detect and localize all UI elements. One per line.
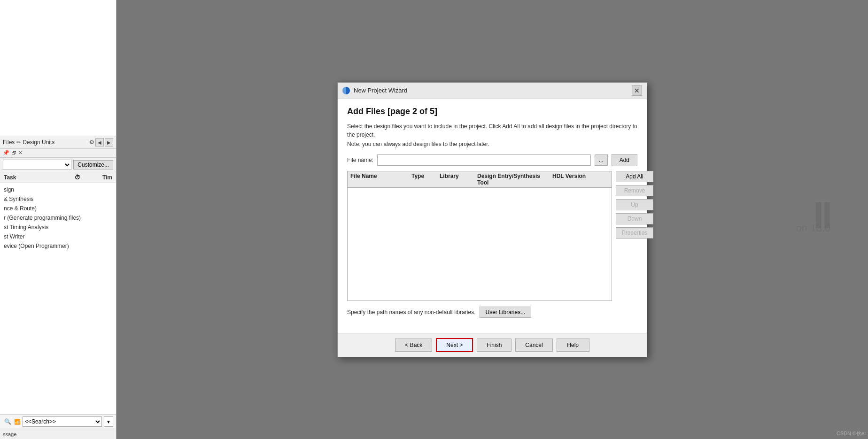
nav-forward-btn[interactable]: ▶ (105, 138, 113, 146)
task-col-header: Task (4, 174, 75, 181)
file-name-row: File name: ... Add (347, 154, 637, 166)
csdn-watermark: CSDN ©伙er (837, 430, 866, 437)
cancel-button[interactable]: Cancel (515, 339, 552, 352)
customize-row: Customize... (0, 157, 116, 172)
back-button[interactable]: < Back (395, 339, 432, 352)
dialog-note: Note: you can always add design files to… (347, 141, 637, 147)
search-icon: 🔍 (3, 417, 12, 426)
help-button[interactable]: Help (557, 339, 589, 352)
remove-button[interactable]: Remove (616, 185, 653, 196)
file-table: File Name Type Library Design Entry/Synt… (347, 171, 612, 301)
file-browse-button[interactable]: ... (595, 154, 608, 166)
window-icon: 🗗 (11, 150, 16, 156)
col-hdl-header: HDL Version (552, 173, 609, 186)
panel-icons: ⚙ ◀ ▶ (89, 138, 113, 146)
design-units-label: Design Units (23, 139, 54, 146)
status-bar: ssage (0, 429, 116, 439)
search-input[interactable]: <<Search>> (23, 416, 102, 427)
dialog-close-button[interactable]: ✕ (632, 85, 642, 96)
dialog-overlay: New Project Wizard ✕ Add Files [page 2 o… (116, 0, 868, 439)
wizard-icon (342, 87, 350, 94)
col-type-header: Type (411, 173, 440, 186)
col-design-tool-header: Design Entry/Synthesis Tool (477, 173, 552, 186)
add-button[interactable]: Add (612, 154, 637, 166)
search-dropdown-btn[interactable]: ▼ (104, 416, 113, 427)
finish-button[interactable]: Finish (477, 339, 512, 352)
user-libraries-button[interactable]: User Libraries... (480, 307, 532, 318)
libraries-label: Specify the path names of any non-defaul… (347, 309, 476, 316)
task-item-route[interactable]: nce & Route) (0, 204, 116, 213)
col-library-header: Library (440, 173, 477, 186)
file-table-header: File Name Type Library Design Entry/Synt… (348, 171, 612, 188)
dialog-footer: < Back Next > Finish Cancel Help (338, 333, 647, 357)
file-name-input[interactable] (377, 154, 591, 166)
dialog: New Project Wizard ✕ Add Files [page 2 o… (337, 82, 647, 357)
dialog-heading: Add Files [page 2 of 5] (347, 107, 637, 116)
pencil-icon: ✏ (16, 139, 21, 146)
files-label: Files (3, 139, 15, 146)
task-item-synthesis[interactable]: & Synthesis (0, 194, 116, 204)
file-table-area: File Name Type Library Design Entry/Synt… (347, 171, 637, 301)
icon-row: 📌 🗗 ✕ (0, 149, 116, 157)
left-panel: Files ✏ Design Units ⚙ ◀ ▶ 📌 🗗 ✕ Customi… (0, 0, 116, 439)
file-name-label: File name: (347, 157, 373, 163)
task-item-design[interactable]: sign (0, 185, 116, 194)
left-panel-top (0, 0, 116, 136)
nav-back-btn[interactable]: ◀ (95, 138, 104, 146)
task-panel-header: Task ⏱ Tim (0, 172, 116, 183)
status-text: ssage (3, 431, 16, 437)
libraries-row: Specify the path names of any non-defaul… (347, 307, 637, 318)
task-panel: sign & Synthesis nce & Route) r (Generat… (0, 183, 116, 414)
customize-button[interactable]: Customize... (73, 160, 113, 169)
properties-button[interactable]: Properties (616, 227, 653, 239)
task-item-writer[interactable]: st Writer (0, 232, 116, 241)
col-filename-header: File Name (350, 173, 411, 186)
add-all-button[interactable]: Add All (616, 171, 653, 182)
main-area: II on 13.0 New Project Wizard ✕ Add File… (116, 0, 868, 439)
settings-icon[interactable]: ⚙ (89, 139, 94, 146)
dialog-title: New Project Wizard (354, 87, 628, 94)
file-table-body (348, 188, 612, 300)
up-button[interactable]: Up (616, 199, 653, 210)
wifi-icon: 📶 (14, 419, 21, 425)
dialog-description: Select the design files you want to incl… (347, 122, 637, 139)
task-item-timing[interactable]: st Timing Analysis (0, 223, 116, 232)
status-icon-col: ⏱ (75, 174, 84, 181)
left-panel-toolbar: Files ✏ Design Units ⚙ ◀ ▶ (0, 136, 116, 149)
time-col-header: Tim (84, 174, 112, 181)
dialog-titlebar: New Project Wizard ✕ (338, 83, 647, 99)
dialog-body: Add Files [page 2 of 5] Select the desig… (338, 99, 647, 333)
pin-icon: 📌 (3, 150, 9, 156)
search-row: 🔍 📶 <<Search>> ▼ (0, 414, 116, 429)
task-item-program[interactable]: r (Generate programming files) (0, 213, 116, 223)
close-small-icon[interactable]: ✕ (18, 150, 23, 156)
side-buttons: Add All Remove Up Down Properties (616, 171, 653, 301)
down-button[interactable]: Down (616, 213, 653, 224)
task-item-programmer[interactable]: evice (Open Programmer) (0, 241, 116, 251)
next-button[interactable]: Next > (436, 338, 473, 352)
customize-select[interactable] (3, 160, 71, 170)
